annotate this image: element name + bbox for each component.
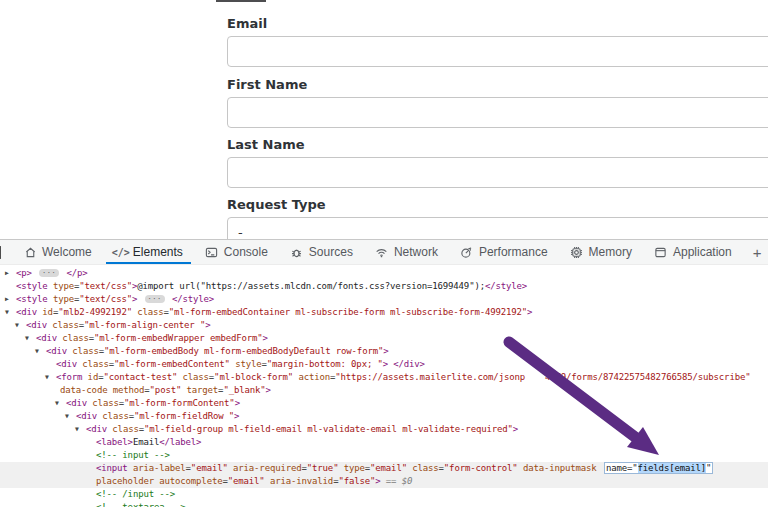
window-icon	[654, 245, 668, 259]
expand-arrow-closed-icon[interactable]: ▶	[5, 293, 9, 306]
console-icon	[205, 245, 219, 259]
tab-sources[interactable]: Sources	[279, 240, 364, 264]
collapsed-content-badge[interactable]: ···	[39, 269, 59, 277]
expand-arrow-closed-icon[interactable]: ▶	[5, 267, 9, 280]
code-line[interactable]: ▼<div class="ml-form-embedBody ml-form-e…	[0, 345, 768, 358]
selected-text: fields[email]	[638, 463, 707, 473]
expand-arrow-open-icon[interactable]: ▼	[5, 306, 9, 319]
code-line[interactable]: ▼<form id="contact-test" class="ml-block…	[0, 371, 768, 384]
wifi-icon	[375, 245, 389, 259]
inspect-device-icon[interactable]	[0, 246, 1, 259]
devtools-panel: Welcome </> Elements Console Sources	[0, 239, 768, 507]
last-name-field[interactable]	[227, 157, 768, 188]
request-type-label: Request Type	[227, 197, 326, 212]
tab-console[interactable]: Console	[194, 240, 279, 264]
tab-performance[interactable]: Performance	[449, 240, 559, 264]
expand-arrow-open-icon[interactable]: ▼	[55, 397, 59, 410]
request-type-select[interactable]: -	[227, 217, 768, 239]
webpage-area: Email First Name Last Name Request Type …	[0, 0, 768, 239]
collapsed-content-badge[interactable]: ···	[145, 295, 165, 303]
tab-welcome[interactable]: Welcome	[12, 240, 103, 264]
tab-memory[interactable]: Memory	[559, 240, 643, 264]
expand-arrow-open-icon[interactable]: ▼	[35, 345, 39, 358]
code-line[interactable]: ▼<div class="ml-form-formContent">	[0, 397, 768, 410]
code-line[interactable]: <!-- textarea -->	[0, 501, 768, 507]
code-line[interactable]: data-code method="post" target="_blank">	[0, 384, 768, 397]
screenshot-root: Email First Name Last Name Request Type …	[0, 0, 768, 507]
expand-arrow-open-icon[interactable]: ▼	[75, 423, 79, 436]
chip-icon	[570, 245, 584, 259]
code-line[interactable]: ▼<div class="ml-form-embedWrapper embedF…	[0, 332, 768, 345]
code-line[interactable]: <label>Email</label>	[0, 436, 768, 449]
code-area: ▶<p> ··· </p><style type="text/css">@imp…	[0, 265, 768, 507]
code-line[interactable]: ▼<div id="mlb2-4992192" class="ml-form-e…	[0, 306, 768, 319]
request-type-selected-value: -	[238, 225, 243, 239]
bug-icon	[290, 245, 304, 259]
page-divider-line	[216, 0, 266, 2]
devtools-tab-bar: Welcome </> Elements Console Sources	[0, 240, 768, 265]
code-line[interactable]: <style type="text/css">@import url("http…	[0, 280, 768, 293]
expand-arrow-open-icon[interactable]: ▼	[15, 319, 19, 332]
email-label: Email	[227, 16, 267, 31]
first-name-label: First Name	[227, 77, 307, 92]
code-line[interactable]: placeholder autocomplete="email" aria-in…	[0, 475, 768, 488]
code-line[interactable]: ▶<style type="text/css"> ··· </style>	[0, 293, 768, 306]
add-tab-button[interactable]: +	[743, 244, 768, 261]
code-line[interactable]: ▶<p> ··· </p>	[0, 267, 768, 280]
code-icon: </>	[114, 245, 128, 259]
email-field[interactable]	[227, 36, 768, 67]
code-line[interactable]: <input aria-label="email" aria-required=…	[0, 462, 768, 475]
code-line[interactable]: <!-- /input -->	[0, 488, 768, 501]
tab-application[interactable]: Application	[643, 240, 743, 264]
gauge-icon	[460, 245, 474, 259]
tab-elements[interactable]: </> Elements	[103, 240, 194, 264]
first-name-field[interactable]	[227, 97, 768, 128]
code-line[interactable]: ▼<div class="ml-form-align-center ">	[0, 319, 768, 332]
expand-arrow-open-icon[interactable]: ▼	[25, 332, 29, 345]
tab-network[interactable]: Network	[364, 240, 449, 264]
expand-arrow-open-icon[interactable]: ▼	[45, 371, 49, 384]
last-name-label: Last Name	[227, 137, 305, 152]
home-icon	[23, 245, 37, 259]
expand-arrow-open-icon[interactable]: ▼	[65, 410, 69, 423]
code-line[interactable]: ▼<div class="ml-form-fieldRow ">	[0, 410, 768, 423]
code-line[interactable]: ▼<div class="ml-field-group ml-field-ema…	[0, 423, 768, 436]
highlighted-attribute-box[interactable]: name="fields[email]"	[604, 462, 713, 474]
code-line[interactable]: <div class="ml-form-embedContent" style=…	[0, 358, 768, 371]
code-line[interactable]: <!-- input -->	[0, 449, 768, 462]
